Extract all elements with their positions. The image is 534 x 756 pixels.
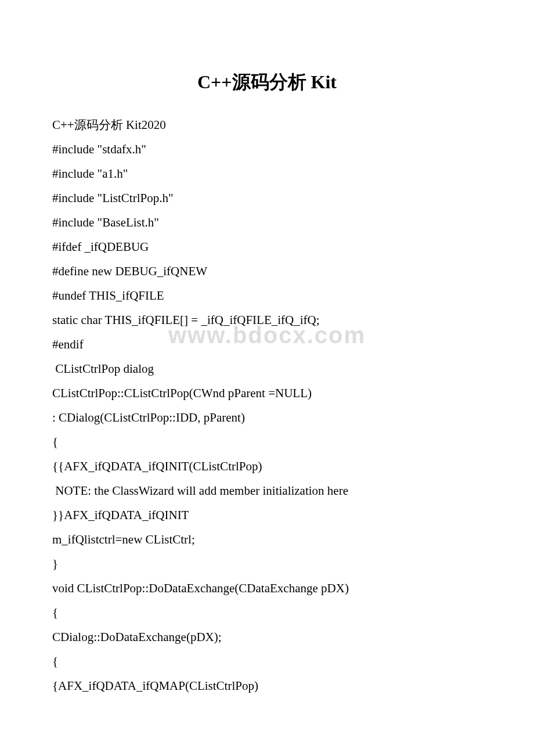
document-title: C++源码分析 Kit bbox=[52, 70, 482, 95]
code-line: #include "ListCtrlPop.h" bbox=[52, 186, 482, 210]
code-line: #define new DEBUG_ifQNEW bbox=[52, 259, 482, 283]
code-line: CDialog::DoDataExchange(pDX); bbox=[52, 625, 482, 649]
code-line: m_ifQlistctrl=new CListCtrl; bbox=[52, 527, 482, 552]
document-content: C++源码分析 Kit C++源码分析 Kit2020 #include "st… bbox=[52, 70, 482, 698]
code-line: #include "a1.h" bbox=[52, 161, 482, 186]
code-line: #include "BaseList.h" bbox=[52, 210, 482, 235]
code-line: #include "stdafx.h" bbox=[52, 137, 482, 161]
code-line: : CDialog(CListCtrlPop::IDD, pParent) bbox=[52, 405, 482, 430]
code-line: static char THIS_ifQFILE[] = _ifQ_ifQFIL… bbox=[52, 308, 482, 332]
code-line: #endif bbox=[52, 332, 482, 357]
code-line: #ifdef _ifQDEBUG bbox=[52, 235, 482, 259]
code-line: { bbox=[52, 600, 482, 625]
code-line: {{AFX_ifQDATA_ifQINIT(CListCtrlPop) bbox=[52, 454, 482, 478]
code-line: } bbox=[52, 552, 482, 576]
code-line: { bbox=[52, 430, 482, 454]
code-line: C++源码分析 Kit2020 bbox=[52, 113, 482, 137]
code-line: {AFX_ifQDATA_ifQMAP(CListCtrlPop) bbox=[52, 674, 482, 698]
code-line: void CListCtrlPop::DoDataExchange(CDataE… bbox=[52, 576, 482, 600]
code-line: CListCtrlPop dialog bbox=[52, 357, 482, 381]
code-line: { bbox=[52, 649, 482, 674]
code-line: #undef THIS_ifQFILE bbox=[52, 283, 482, 308]
code-line: CListCtrlPop::CListCtrlPop(CWnd pParent … bbox=[52, 381, 482, 405]
code-line: NOTE: the ClassWizard will add member in… bbox=[52, 478, 482, 503]
code-line: }}AFX_ifQDATA_ifQINIT bbox=[52, 503, 482, 527]
